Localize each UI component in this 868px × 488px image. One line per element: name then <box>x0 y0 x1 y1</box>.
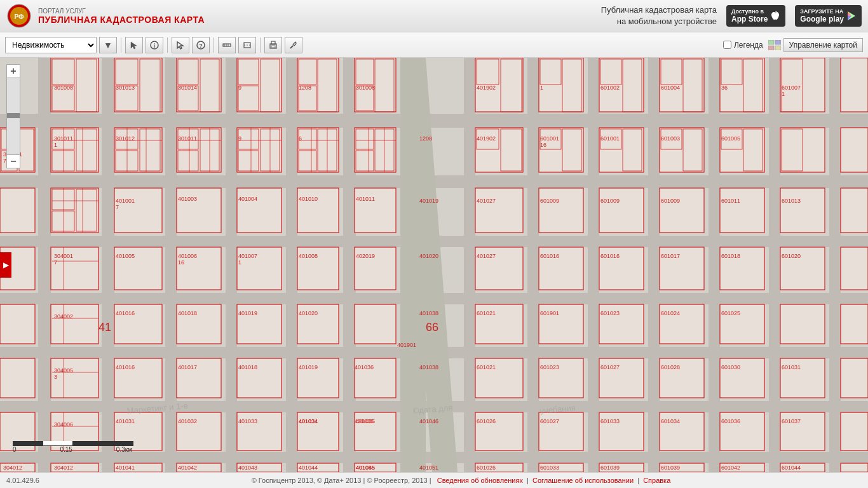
download-label: ЗАГРУЗИТЕ НА <box>800 8 843 15</box>
wrench-icon <box>289 41 298 50</box>
google-play-button[interactable]: ЗАГРУЗИТЕ НА Google play <box>795 5 862 27</box>
svg-text:401018: 401018 <box>238 364 257 370</box>
help-tool-button[interactable]: ? <box>192 37 210 53</box>
svg-rect-173 <box>355 304 396 344</box>
svg-rect-26 <box>0 114 868 128</box>
scale-segment-3 <box>73 441 133 445</box>
svg-rect-152 <box>841 188 868 233</box>
svg-rect-102 <box>177 128 221 172</box>
svg-rect-135 <box>841 128 868 172</box>
zoom-slider-thumb[interactable] <box>7 113 20 118</box>
legend-checkbox-label[interactable]: Легенда <box>723 41 763 50</box>
svg-text:601017: 601017 <box>661 253 680 259</box>
nav-arrow[interactable]: ▶ <box>0 252 11 278</box>
svg-text:66: 66 <box>426 321 438 334</box>
property-type-select[interactable]: Недвижимость Земельные участки ОКС <box>5 37 97 53</box>
svg-text:16: 16 <box>540 142 546 148</box>
separator-1 <box>121 37 121 53</box>
dropdown-arrow-button[interactable]: ▼ <box>99 37 117 53</box>
svg-rect-45 <box>769 58 780 472</box>
svg-text:401044: 401044 <box>299 464 318 471</box>
svg-text:401035: 401035 <box>355 418 374 424</box>
svg-text:401041: 401041 <box>116 464 135 471</box>
svg-text:304002: 304002 <box>54 313 73 320</box>
svg-rect-168 <box>51 304 98 344</box>
scale-labels: 0 0.15 0.3км <box>13 446 132 453</box>
svg-text:401033: 401033 <box>238 418 257 424</box>
svg-text:601027: 601027 <box>540 418 559 424</box>
svg-text:401020: 401020 <box>419 253 438 259</box>
svg-text:601009: 601009 <box>661 198 680 204</box>
info-tool-button[interactable]: i <box>146 37 163 53</box>
svg-text:301011: 301011 <box>54 135 73 142</box>
footer-updates-link[interactable]: Сведения об обновлениях <box>437 477 523 484</box>
cursor-tool-button[interactable] <box>125 37 143 53</box>
cursor2-tool-button[interactable] <box>172 37 189 53</box>
ruler-icon <box>222 41 231 50</box>
select-icon <box>176 41 185 50</box>
svg-text:601024: 601024 <box>661 310 680 316</box>
svg-text:i: i <box>154 43 156 49</box>
svg-text:304012: 304012 <box>3 464 22 471</box>
svg-text:401019: 401019 <box>299 364 318 370</box>
svg-text:601016: 601016 <box>540 253 559 259</box>
svg-text:401038: 401038 <box>419 310 438 316</box>
svg-rect-33 <box>38 58 51 472</box>
manage-map-button[interactable]: Управление картой <box>783 38 863 52</box>
scale-label-2: 0.3км <box>116 446 132 453</box>
footer: 4.01.429.6 © Госпицентр 2013, © Дата+ 20… <box>0 472 868 488</box>
svg-text:304006: 304006 <box>54 421 73 428</box>
app-store-button[interactable]: Доступно в App Store <box>726 5 785 27</box>
svg-text:1: 1 <box>782 91 785 97</box>
svg-rect-222 <box>841 463 868 472</box>
svg-rect-89 <box>841 58 868 112</box>
svg-rect-22 <box>775 40 781 44</box>
svg-rect-90 <box>51 128 98 172</box>
header: РФ ПОРТАЛ УСЛУГ ПУБЛИЧНАЯ КАДАСТРОВАЯ КА… <box>0 0 868 32</box>
scale-bar: 0 0.15 0.3км <box>13 441 133 453</box>
svg-rect-180 <box>841 304 868 344</box>
zoom-out-button[interactable]: − <box>6 154 20 168</box>
toolbar-right: Легенда Управление картой <box>723 38 863 52</box>
svg-rect-37 <box>286 58 297 472</box>
svg-text:401902: 401902 <box>477 135 496 142</box>
map-container[interactable]: 301901 70 301011 1 301008 301013 301012 … <box>0 58 868 472</box>
svg-text:601002: 601002 <box>600 85 620 91</box>
area-tool-button[interactable] <box>238 37 256 53</box>
svg-text:РФ: РФ <box>14 13 24 20</box>
zoom-in-button[interactable]: + <box>6 64 20 78</box>
svg-text:301013: 301013 <box>116 85 135 91</box>
footer-help-link[interactable]: Справка <box>643 477 670 484</box>
svg-text:601037: 601037 <box>782 418 801 424</box>
svg-text:401016: 401016 <box>116 364 135 370</box>
svg-rect-36 <box>226 58 237 472</box>
svg-text:601011: 601011 <box>721 198 740 204</box>
svg-text:401003: 401003 <box>178 196 197 202</box>
svg-text:301008: 301008 <box>356 85 375 91</box>
zoom-slider-track[interactable] <box>6 78 20 154</box>
svg-text:601007: 601007 <box>782 85 801 91</box>
svg-text:9: 9 <box>238 135 241 142</box>
svg-rect-110 <box>297 128 339 172</box>
settings-button[interactable] <box>285 37 302 53</box>
svg-rect-181 <box>0 358 35 398</box>
print-button[interactable] <box>264 37 282 53</box>
svg-rect-34 <box>102 58 114 472</box>
svg-rect-46 <box>829 58 841 472</box>
portal-label: ПОРТАЛ УСЛУГ <box>38 8 205 15</box>
header-right: Публичная кадастровая карта на мобильном… <box>601 4 862 27</box>
measure-tool-button[interactable] <box>218 37 236 53</box>
svg-rect-147 <box>539 188 583 233</box>
footer-center: © Госпицентр 2013, © Дата+ 2013 | © Роср… <box>60 477 862 484</box>
svg-rect-145 <box>355 188 396 233</box>
svg-text:601020: 601020 <box>782 253 801 259</box>
svg-text:401011: 401011 <box>356 196 375 202</box>
footer-usage-link[interactable]: Соглашение об использовании <box>532 477 634 484</box>
svg-rect-40 <box>464 58 475 472</box>
svg-text:401027: 401027 <box>477 253 496 259</box>
available-label: Доступно в <box>731 8 764 15</box>
mobile-text: Публичная кадастровая карта на мобильном… <box>601 4 717 27</box>
svg-rect-179 <box>780 304 825 344</box>
legend-checkbox[interactable] <box>723 41 731 49</box>
svg-text:601042: 601042 <box>721 464 740 471</box>
